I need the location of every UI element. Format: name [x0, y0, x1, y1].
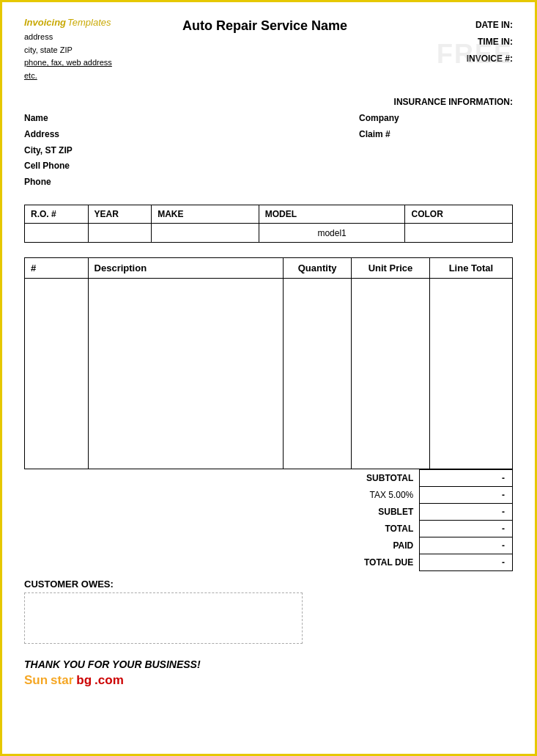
- tax-row: TAX 5.00% -: [322, 487, 513, 504]
- items-body-row: [25, 279, 513, 469]
- customer-owes-label: CUSTOMER OWES:: [24, 579, 498, 590]
- sublet-row: SUBLET -: [322, 504, 513, 521]
- contact-line: phone, fax, web address etc.: [24, 56, 112, 82]
- customer-info: Name Address City, ST ZIP Cell Phone Pho…: [24, 111, 352, 190]
- items-col-qty: Quantity: [283, 258, 351, 279]
- company-title: Auto Repair Service Name: [112, 17, 418, 34]
- sublet-value: -: [420, 504, 513, 521]
- paid-row: PAID -: [322, 537, 513, 554]
- insurance-claim: Claim #: [359, 127, 513, 143]
- bottom-section: CUSTOMER OWES:: [24, 579, 513, 644]
- total-due-label: TOTAL DUE: [322, 554, 420, 571]
- total-value: -: [420, 521, 513, 537]
- items-body-price: [352, 279, 430, 469]
- tax-label: TAX 5.00%: [322, 487, 420, 504]
- customer-address: Address: [24, 127, 352, 143]
- customer-name: Name: [24, 111, 352, 127]
- total-due-value: -: [420, 554, 513, 571]
- items-table: # Description Quantity Unit Price Line T…: [24, 257, 513, 469]
- watermark-sun: Sun: [24, 673, 48, 688]
- vehicle-make: [152, 224, 259, 243]
- logo-area: Invoicing Templates address city, state …: [24, 17, 112, 82]
- paid-label: PAID: [322, 537, 420, 554]
- vehicle-table: R.O. # YEAR MAKE MODEL COLOR model1: [24, 205, 513, 243]
- vehicle-col-color: COLOR: [405, 205, 513, 224]
- sublet-label: SUBLET: [322, 504, 420, 521]
- vehicle-color: [405, 224, 513, 243]
- thank-you-text: THANK YOU FOR YOUR BUSINESS!: [24, 658, 513, 670]
- insurance-details: Company Claim #: [352, 111, 513, 190]
- items-header-row: # Description Quantity Unit Price Line T…: [25, 258, 513, 279]
- vehicle-year: [88, 224, 152, 243]
- info-row: Name Address City, ST ZIP Cell Phone Pho…: [24, 111, 513, 190]
- tax-value: -: [420, 487, 513, 504]
- logo-templates: Templates: [67, 17, 111, 28]
- vehicle-header-row: R.O. # YEAR MAKE MODEL COLOR: [25, 205, 513, 224]
- customer-cell: Cell Phone: [24, 158, 352, 175]
- items-col-total: Line Total: [429, 258, 512, 279]
- address-block: address city, state ZIP phone, fax, web …: [24, 31, 112, 82]
- vehicle-col-make: MAKE: [152, 205, 259, 224]
- customer-owes-box: [24, 592, 303, 644]
- total-label: TOTAL: [322, 521, 420, 537]
- watermark-star: star: [51, 673, 73, 688]
- watermark-bg: bg: [76, 673, 92, 688]
- logo-brand: Invoicing Templates: [24, 17, 112, 28]
- vehicle-col-year: YEAR: [88, 205, 152, 224]
- totals-section: SUBTOTAL - TAX 5.00% - SUBLET - TOTAL - …: [24, 469, 513, 571]
- vehicle-col-ro: R.O. #: [25, 205, 89, 224]
- address-line2: city, state ZIP: [24, 44, 112, 57]
- watermark-com: .com: [95, 673, 124, 688]
- items-body-num: [25, 279, 89, 469]
- insurance-label: INSURANCE INFORMATION:: [352, 97, 513, 107]
- logo-invoicing: Invoicing: [24, 17, 66, 28]
- items-col-price: Unit Price: [352, 258, 430, 279]
- items-body-desc: [88, 279, 283, 469]
- corner-watermark: FREE: [437, 39, 513, 70]
- insurance-company: Company: [359, 111, 513, 127]
- total-row: TOTAL -: [322, 521, 513, 537]
- customer-owes-area: CUSTOMER OWES:: [24, 579, 498, 644]
- subtotal-value: -: [420, 470, 513, 487]
- total-due-row: TOTAL DUE -: [322, 554, 513, 571]
- subtotal-label: SUBTOTAL: [322, 470, 420, 487]
- totals-table: SUBTOTAL - TAX 5.00% - SUBLET - TOTAL - …: [322, 469, 513, 571]
- address-line1: address: [24, 31, 112, 44]
- subtotal-row: SUBTOTAL -: [322, 470, 513, 487]
- tax-percent: 5.00%: [388, 490, 413, 500]
- insurance-section: INSURANCE INFORMATION:: [24, 97, 513, 107]
- items-body-qty: [283, 279, 351, 469]
- items-body-linetotal: [429, 279, 512, 469]
- items-col-num: #: [25, 258, 89, 279]
- vehicle-col-model: MODEL: [259, 205, 405, 224]
- contact-link[interactable]: phone, fax, web address etc.: [24, 58, 112, 80]
- customer-phone: Phone: [24, 175, 352, 191]
- watermark: Sun star bg .com: [24, 673, 513, 688]
- footer: THANK YOU FOR YOUR BUSINESS! Sun star bg…: [24, 658, 513, 695]
- date-in-label: DATE IN:: [418, 17, 513, 34]
- vehicle-ro: [25, 224, 89, 243]
- items-col-desc: Description: [88, 258, 283, 279]
- vehicle-data-row: model1: [25, 224, 513, 243]
- customer-city: City, ST ZIP: [24, 143, 352, 159]
- vehicle-model: model1: [259, 224, 405, 243]
- paid-value: -: [420, 537, 513, 554]
